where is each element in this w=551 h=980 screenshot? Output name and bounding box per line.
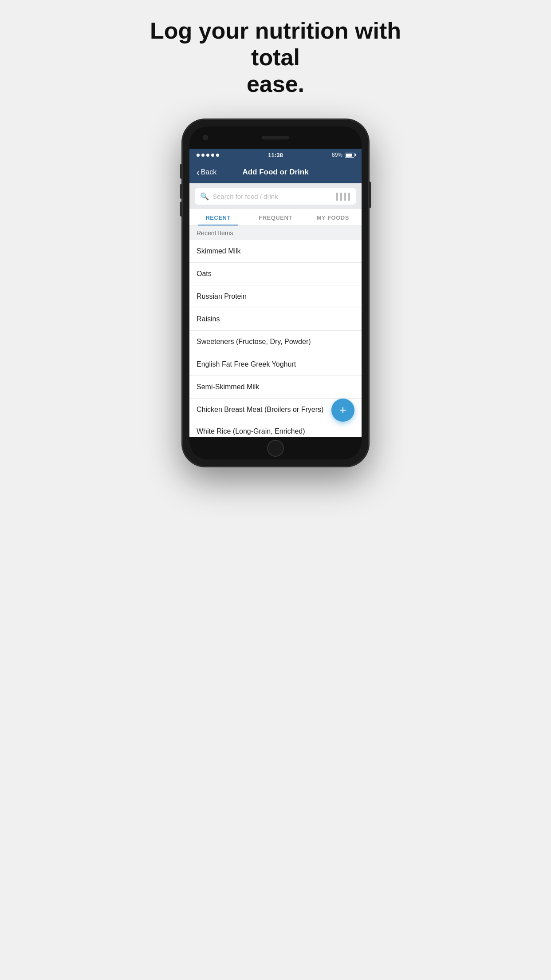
food-item-3[interactable]: Russian Protein [189, 285, 362, 308]
status-bar: 11:38 89% [189, 149, 362, 161]
signal-dot-4 [211, 154, 214, 157]
search-bar[interactable]: 🔍 Search for food / drink ‖‖‖‖ [195, 188, 356, 205]
phone-speaker [262, 136, 289, 139]
food-item-2[interactable]: Oats [189, 263, 362, 285]
battery-icon [345, 153, 354, 158]
phone-screen: 11:38 89% ‹ Back Add Food or Drink 🔍 Sea… [189, 149, 362, 437]
signal-dot-1 [197, 154, 200, 157]
tab-my-foods[interactable]: MY FOODS [304, 209, 362, 225]
nav-bar: ‹ Back Add Food or Drink [189, 161, 362, 183]
search-placeholder[interactable]: Search for food / drink [213, 193, 331, 200]
food-item-4[interactable]: Raisins [189, 308, 362, 331]
signal-dot-5 [216, 154, 219, 157]
section-header: Recent Items [189, 226, 362, 240]
signal-dot-3 [206, 154, 209, 157]
barcode-icon[interactable]: ‖‖‖‖ [335, 191, 351, 201]
food-item-7[interactable]: Semi-Skimmed Milk [189, 376, 362, 399]
home-button[interactable] [267, 440, 284, 457]
battery-percent: 89% [332, 152, 342, 158]
add-food-button[interactable]: + [331, 399, 354, 422]
food-item-5[interactable]: Sweeteners (Fructose, Dry, Powder) [189, 331, 362, 353]
tab-frequent[interactable]: FREQUENT [247, 209, 304, 225]
food-list: Recent Items Skimmed Milk Oats Russian P… [189, 226, 362, 437]
status-right: 89% [332, 152, 354, 158]
phone-top-bezel [189, 126, 362, 149]
food-item-8-container: Chicken Breast Meat (Broilers or Fryers)… [189, 399, 362, 421]
food-item-partial[interactable]: White Rice (Long-Grain, Enriched) [189, 421, 362, 437]
search-icon: 🔍 [200, 192, 209, 201]
food-item-6[interactable]: English Fat Free Greek Yoghurt [189, 353, 362, 376]
nav-title: Add Food or Drink [197, 168, 354, 177]
tab-recent[interactable]: RECENT [189, 209, 247, 225]
phone-mockup: 11:38 89% ‹ Back Add Food or Drink 🔍 Sea… [182, 119, 369, 466]
food-item-1[interactable]: Skimmed Milk [189, 240, 362, 263]
search-bar-container: 🔍 Search for food / drink ‖‖‖‖ [189, 183, 362, 209]
phone-bottom-bezel [189, 437, 362, 459]
tabs-bar: RECENT FREQUENT MY FOODS [189, 209, 362, 226]
phone-camera [203, 135, 208, 140]
signal-dot-2 [201, 154, 205, 157]
status-time: 11:38 [268, 152, 283, 158]
page-headline: Log your nutrition with total ease. [138, 18, 413, 97]
signal-dots [197, 154, 219, 157]
battery-fill [346, 154, 352, 157]
